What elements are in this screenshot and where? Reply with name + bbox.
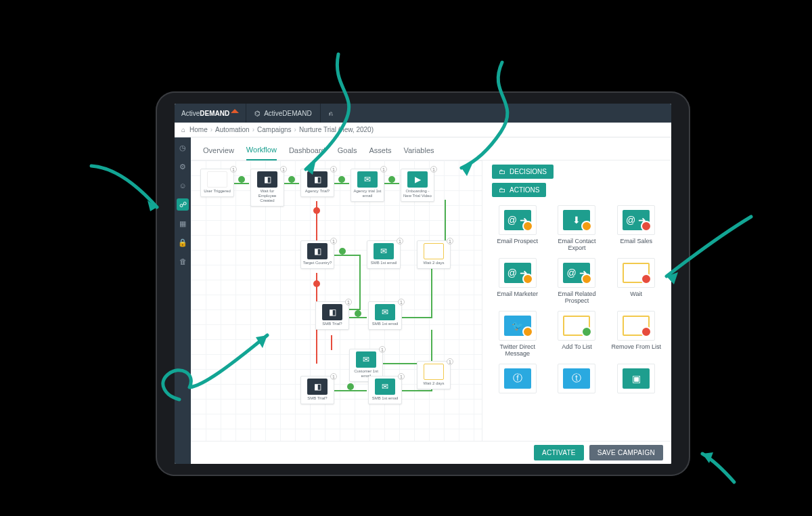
crumb-automation[interactable]: Automation [215, 126, 250, 133]
tab-workflow[interactable]: Workflow [246, 146, 277, 160]
palette-label: Twitter Direct Message [500, 343, 536, 357]
svg-marker-24 [702, 452, 713, 463]
mail-icon: ✉ [357, 171, 378, 188]
node-wait3[interactable]: ▦ Wait 2 days 1 [417, 361, 451, 389]
actions-label: ACTIONS [510, 186, 539, 194]
tab-variables[interactable]: Variables [403, 146, 434, 160]
flow-icon: ◧ [322, 304, 342, 320]
decisions-folder-button[interactable]: 🗀 DECISIONS [492, 165, 554, 179]
palette-label: Email Sales [620, 238, 652, 244]
palette-partial-2[interactable]: ⓣ [551, 364, 603, 396]
generic-icon: ▣ [623, 368, 650, 389]
flow-icon: ◧ [307, 379, 328, 395]
node-smb-mail1[interactable]: ✉ SMB 1st email 1 [367, 240, 401, 269]
palette-email-related-prospect[interactable]: @ ➜ Email Related Prospect [551, 258, 603, 304]
save-campaign-button[interactable]: SAVE CAMPAIGN [589, 445, 663, 460]
palette-email-contact-export[interactable]: ⬇ Email Contact Export [551, 205, 603, 251]
node-wait2[interactable]: ▦ Wait 2 days 1 [417, 240, 451, 269]
breadcrumb: ⌂ Home › Automation › Campaigns › Nurtur… [175, 123, 671, 137]
node-label: SMB 1st email [372, 396, 399, 400]
crumb-sep: › [294, 126, 296, 133]
person-badge-icon [522, 221, 533, 232]
node-target-country[interactable]: ◧ Target Country? 1 [300, 240, 334, 269]
palette-twitter-dm[interactable]: 🐦 Twitter Direct Message [492, 311, 543, 357]
node-label: Wait 2 days [423, 381, 444, 385]
node-wait-employee[interactable]: ◧ Wait for Employee Created 1 [250, 169, 284, 207]
app-bar: ActiveDEMAND ⌬ ActiveDEMAND ⎌ [175, 104, 671, 123]
flame-icon: ✸ [207, 171, 227, 188]
node-count-badge: 1 [447, 358, 453, 365]
org-tree-icon: ⌬ [254, 110, 261, 117]
rail-lock[interactable]: 🔒 [177, 236, 189, 249]
palette-partial-3[interactable]: ▣ [610, 364, 662, 396]
rail-automation[interactable]: ☍ [177, 198, 189, 211]
rail-contacts[interactable]: ☺ [177, 179, 189, 192]
palette-partial-1[interactable]: ⓕ [492, 364, 543, 396]
palette-email-sales[interactable]: @ ➜ Email Sales [610, 205, 662, 251]
palette-email-marketer[interactable]: @ ➜ Email Marketer [492, 258, 543, 304]
workflow-canvas[interactable]: ✸ User Triggered 1 ◧ Wait for Employee C… [191, 160, 482, 457]
node-count-badge: 1 [345, 299, 352, 305]
svg-point-1 [238, 176, 245, 183]
node-count-badge: 1 [447, 238, 453, 244]
palette-label: Email Related Prospect [558, 291, 595, 304]
palette-label: Remove From List [611, 343, 661, 350]
sales-badge-icon [641, 221, 652, 232]
node-label: Wait for Employee Created [258, 189, 277, 202]
actions-folder-button[interactable]: 🗀 ACTIONS [492, 183, 546, 197]
mail-icon: ✉ [375, 304, 395, 320]
action-palette: 🗀 DECISIONS 🗀 ACTIONS @ ➜ Email Prospect [482, 160, 671, 464]
node-count-badge: 1 [330, 373, 337, 380]
svg-point-10 [339, 248, 346, 255]
palette-remove-from-list[interactable]: ≣ Remove From List [610, 311, 662, 357]
palette-wait[interactable]: ▦ Wait [610, 258, 662, 304]
crumb-campaigns[interactable]: Campaigns [257, 126, 292, 133]
node-agency-trial[interactable]: ◧ Agency Trial? 1 [300, 169, 334, 197]
home-icon[interactable]: ⌂ [181, 126, 185, 133]
node-label: SMB 1st email [371, 261, 397, 265]
rail-org[interactable]: ⚙ [177, 160, 189, 173]
topbar-account[interactable]: ⌬ ActiveDEMAND [246, 104, 320, 123]
node-bottom-mail[interactable]: ✉ SMB 1st email 1 [368, 376, 402, 404]
folder-icon: 🗀 [499, 168, 505, 175]
rail-dashboard[interactable]: ◷ [177, 142, 189, 154]
topbar-hierarchy[interactable]: ⎌ [320, 104, 341, 123]
crumb-home[interactable]: Home [189, 126, 208, 133]
tablet-frame: ActiveDEMAND ⌬ ActiveDEMAND ⎌ ⌂ Home › A… [156, 91, 690, 476]
brand-right: DEMAND [200, 110, 229, 117]
mail-icon: ✉ [374, 243, 394, 259]
node-smb-trial[interactable]: ◧ SMB Trial? 1 [315, 301, 349, 330]
svg-point-18 [347, 383, 354, 390]
activate-button[interactable]: ACTIVATE [534, 445, 584, 460]
social-icon: ⓣ [563, 368, 590, 389]
tab-overview[interactable]: Overview [203, 146, 234, 160]
palette-email-prospect[interactable]: @ ➜ Email Prospect [492, 205, 543, 251]
tab-goals[interactable]: Goals [338, 146, 357, 160]
node-count-badge: 1 [330, 238, 337, 244]
node-label: Wait 2 days [423, 261, 444, 265]
crumb-sep: › [210, 126, 212, 133]
node-bottom-branch[interactable]: ◧ SMB Trial? 1 [300, 376, 334, 404]
node-onboarding[interactable]: ▶ Onboarding - New Trial Video 1 [401, 169, 434, 202]
content-column: Overview Workflow Dashboard Goals Assets… [191, 137, 671, 464]
palette-label: Email Prospect [497, 238, 539, 244]
calendar-icon: ▦ [424, 243, 444, 259]
tab-dashboard[interactable]: Dashboard [289, 146, 325, 160]
node-count-badge: 1 [280, 166, 287, 173]
rail-trash[interactable]: 🗑 [177, 255, 189, 267]
node-start[interactable]: ✸ User Triggered 1 [200, 169, 234, 197]
calendar-icon: ▦ [424, 364, 444, 380]
flow-icon: ◧ [307, 171, 328, 188]
node-agency-mail[interactable]: ✉ Agency trial 1st email 1 [351, 169, 384, 202]
node-smb-mail-a[interactable]: ✉ SMB 1st email 1 [368, 301, 402, 330]
node-count-badge: 1 [398, 373, 405, 380]
rail-apps[interactable]: ▦ [177, 217, 189, 230]
palette-add-to-list[interactable]: ≣ Add To List [551, 311, 603, 357]
svg-point-15 [355, 310, 361, 317]
node-count-badge: 1 [398, 299, 405, 305]
tab-assets[interactable]: Assets [369, 146, 391, 160]
node-count-badge: 1 [230, 166, 237, 173]
flow-icon: ◧ [257, 171, 277, 188]
work-area: ✸ User Triggered 1 ◧ Wait for Employee C… [191, 160, 671, 464]
node-label: Onboarding - New Trial Video [403, 189, 432, 198]
